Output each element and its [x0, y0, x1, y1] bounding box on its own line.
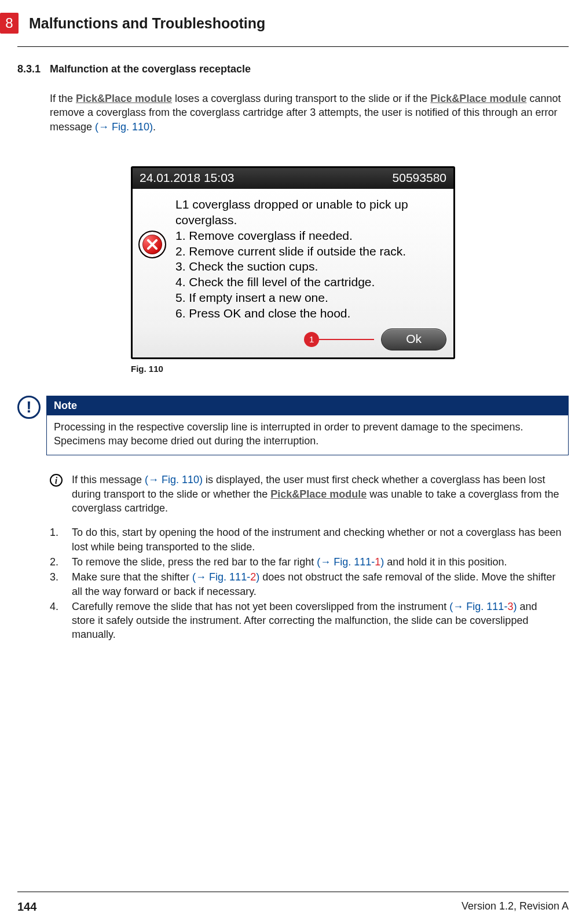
figure-reference[interactable]: (→ Fig. 111-2) [192, 571, 259, 583]
msg-line: L1 coverglass dropped or unable to pick … [175, 197, 446, 228]
note-icon: ! [17, 396, 41, 419]
ok-button[interactable]: Ok [381, 328, 446, 350]
page-header: 8 Malfunctions and Troubleshooting [17, 0, 569, 47]
error-icon [138, 231, 166, 258]
text: To do this, start by opening the hood of… [72, 527, 562, 552]
note-body: Processing in the respective coverslip l… [47, 415, 568, 455]
msg-line: 5. If empty insert a new one. [175, 290, 446, 306]
steps-list: To do this, start by opening the hood of… [50, 525, 563, 642]
text: loses a coverglass during transport to t… [172, 93, 430, 104]
step-item: Make sure that the shifter (→ Fig. 111-2… [50, 570, 563, 598]
figure-reference[interactable]: (→ Fig. 110) [145, 474, 203, 485]
version-label: Version 1.2, Revision A [462, 900, 569, 914]
step-item: To do this, start by opening the hood of… [50, 525, 563, 554]
callout-leader-line [319, 339, 374, 340]
msg-line: 1. Remove coverglass if needed. [175, 228, 446, 244]
step-item: Carefully remove the slide that has not … [50, 600, 563, 642]
section-heading: 8.3.1 Malfunction at the coverglass rece… [17, 63, 569, 75]
text: . [153, 121, 156, 133]
text: If this message [72, 474, 145, 485]
intro-paragraph: If the Pick&Place module loses a covergl… [50, 92, 563, 134]
page-footer: 144 Version 1.2, Revision A [17, 892, 569, 914]
screenshot-code: 50593580 [393, 171, 446, 185]
text: Carefully remove the slide that has not … [72, 601, 449, 612]
glossary-link-pick-and-place[interactable]: Pick&Place module [430, 93, 526, 104]
text: If the [50, 93, 76, 104]
text: Make sure that the shifter [72, 571, 192, 583]
section-title: Malfunction at the coverglass receptacle [50, 63, 251, 75]
glossary-link-pick-and-place[interactable]: Pick&Place module [270, 488, 367, 500]
note-box: ! Note Processing in the respective cove… [17, 396, 569, 456]
info-icon: i [50, 474, 63, 487]
screenshot-timestamp: 24.01.2018 15:03 [140, 171, 235, 185]
section-number: 8.3.1 [17, 63, 50, 75]
callout-marker-1: 1 [304, 332, 319, 347]
text: and hold it in this position. [384, 556, 507, 568]
text: To remove the slide, press the red bar t… [72, 556, 317, 568]
step-item: To remove the slide, press the red bar t… [50, 555, 563, 569]
info-paragraph: i If this message (→ Fig. 110) is displa… [50, 473, 563, 515]
figure-reference[interactable]: (→ Fig. 111-3) [449, 601, 517, 612]
chapter-number-badge: 8 [0, 13, 19, 34]
figure-110: 24.01.2018 15:03 50593580 L1 coverglass … [131, 166, 455, 374]
figure-reference[interactable]: (→ Fig. 110) [95, 121, 153, 133]
msg-line: 6. Press OK and close the hood. [175, 306, 446, 322]
screenshot-message: L1 coverglass dropped or unable to pick … [175, 197, 446, 322]
page-number: 144 [17, 900, 36, 914]
device-screenshot: 24.01.2018 15:03 50593580 L1 coverglass … [131, 166, 455, 359]
chapter-title: Malfunctions and Troubleshooting [29, 15, 265, 32]
msg-line: 4. Check the fill level of the cartridge… [175, 275, 446, 290]
note-title: Note [47, 396, 568, 415]
figure-reference[interactable]: (→ Fig. 111-1) [317, 556, 384, 568]
msg-line: 3. Check the suction cups. [175, 259, 446, 275]
msg-line: 2. Remove current slide if outside the r… [175, 244, 446, 260]
screenshot-header: 24.01.2018 15:03 50593580 [133, 168, 453, 189]
figure-caption: Fig. 110 [131, 364, 455, 374]
glossary-link-pick-and-place[interactable]: Pick&Place module [76, 93, 172, 104]
